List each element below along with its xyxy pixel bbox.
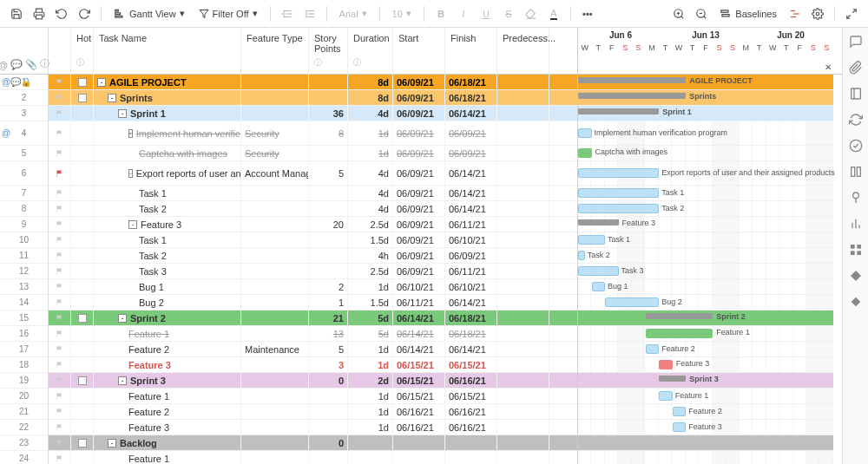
- strike-icon[interactable]: S: [499, 4, 518, 23]
- gantt-bar[interactable]: Implement human verification program: [578, 128, 592, 138]
- storypoints-cell[interactable]: [309, 90, 348, 105]
- gantt-bar[interactable]: Bug 2: [605, 297, 659, 307]
- task-row[interactable]: Bug 121d06/10/2106/10/21: [49, 279, 577, 295]
- feature-cell[interactable]: [241, 106, 309, 121]
- start-cell[interactable]: 06/09/21: [393, 232, 445, 247]
- flag-cell[interactable]: [49, 279, 71, 294]
- expand-toggle[interactable]: -: [128, 129, 133, 138]
- duration-cell[interactable]: 1d: [348, 121, 393, 145]
- pred-cell[interactable]: [497, 326, 549, 341]
- bold-icon[interactable]: B: [431, 4, 450, 23]
- finish-cell[interactable]: 06/18/21: [445, 310, 497, 325]
- hot-cell[interactable]: [71, 232, 94, 247]
- row-number[interactable]: 5: [0, 146, 48, 161]
- storypoints-cell[interactable]: 0: [309, 435, 348, 450]
- gantt-bar[interactable]: Feature 3: [673, 422, 687, 432]
- storypoints-cell[interactable]: 8: [309, 121, 348, 145]
- gantt-bar[interactable]: Sprint 1: [578, 108, 659, 114]
- feature-cell[interactable]: [241, 451, 309, 464]
- task-row[interactable]: Feature 1135d06/14/2106/18/21: [49, 326, 577, 342]
- underline-icon[interactable]: U: [477, 4, 496, 23]
- duration-cell[interactable]: 1d: [348, 279, 393, 294]
- hot-cell[interactable]: [71, 186, 94, 200]
- finish-cell[interactable]: 06/14/21: [445, 201, 497, 216]
- pred-cell[interactable]: [497, 90, 549, 105]
- start-cell[interactable]: 06/16/21: [393, 420, 445, 435]
- pred-cell[interactable]: [497, 146, 549, 160]
- feature-cell[interactable]: [241, 90, 309, 105]
- hot-cell[interactable]: [71, 326, 94, 341]
- task-cell[interactable]: Feature 3: [94, 357, 241, 372]
- gantt-bar[interactable]: Task 1: [578, 188, 659, 198]
- start-cell[interactable]: 06/15/21: [393, 389, 445, 403]
- feature-cell[interactable]: [241, 248, 309, 263]
- pred-cell[interactable]: [497, 435, 549, 450]
- redo-icon[interactable]: [75, 4, 94, 23]
- gantt-bar[interactable]: Feature 1: [646, 329, 713, 338]
- finish-cell[interactable]: 06/16/21: [445, 420, 497, 435]
- gantt-bar[interactable]: Sprints: [578, 93, 686, 99]
- print-icon[interactable]: [30, 4, 49, 23]
- storypoints-cell[interactable]: [309, 186, 348, 200]
- row-number[interactable]: 9: [0, 217, 48, 232]
- finish-cell[interactable]: 06/14/21: [445, 295, 497, 310]
- finish-cell[interactable]: 06/14/21: [445, 342, 497, 356]
- hot-cell[interactable]: [71, 201, 94, 216]
- duration-cell[interactable]: 1d: [348, 357, 393, 372]
- duration-cell[interactable]: 1d: [348, 404, 393, 419]
- task-row[interactable]: Feature 11d06/15/2106/15/21: [49, 389, 577, 404]
- hot-cell[interactable]: [71, 404, 94, 419]
- task-cell[interactable]: Bug 1: [94, 279, 241, 294]
- task-row[interactable]: Bug 211.5d06/11/2106/14/21: [49, 295, 577, 310]
- flag-cell[interactable]: [49, 201, 71, 216]
- storypoints-cell[interactable]: 21: [309, 310, 348, 325]
- flag-cell[interactable]: [49, 389, 71, 403]
- feature-cell[interactable]: [241, 420, 309, 435]
- pred-cell[interactable]: [497, 186, 549, 200]
- duration-cell[interactable]: 1.5d: [348, 232, 393, 247]
- pred-cell[interactable]: [497, 121, 549, 145]
- task-cell[interactable]: Feature 1: [94, 389, 241, 403]
- feature-cell[interactable]: [241, 373, 309, 388]
- pred-cell[interactable]: [497, 420, 549, 435]
- feature-cell[interactable]: [241, 404, 309, 419]
- storypoints-cell[interactable]: 0: [309, 373, 348, 388]
- duration-cell[interactable]: 2d: [348, 373, 393, 388]
- pred-cell[interactable]: [497, 248, 549, 263]
- row-number[interactable]: 2: [0, 90, 48, 106]
- hot-cell[interactable]: [71, 248, 94, 263]
- task-row[interactable]: -Feature 3202.5d06/09/2106/11/21: [49, 217, 577, 232]
- filter-dropdown[interactable]: Filter Off▾: [194, 4, 263, 23]
- start-cell[interactable]: 06/11/21: [393, 295, 445, 310]
- gantt-bar[interactable]: Feature 3: [659, 360, 673, 369]
- duration-cell[interactable]: 1d: [348, 146, 393, 160]
- pred-cell[interactable]: [497, 75, 549, 89]
- duration-cell[interactable]: 4d: [348, 186, 393, 200]
- storypoints-cell[interactable]: [309, 451, 348, 464]
- pred-cell[interactable]: [497, 161, 549, 185]
- finish-cell[interactable]: 06/15/21: [445, 357, 497, 372]
- gantt-bar[interactable]: Sprint 3: [659, 376, 686, 382]
- task-row[interactable]: Feature 21d06/16/2106/16/21: [49, 404, 577, 420]
- finish-cell[interactable]: [445, 435, 497, 450]
- row-number[interactable]: 6: [0, 161, 48, 186]
- task-row[interactable]: -Sprint 302d06/15/2106/16/21: [49, 373, 577, 389]
- feature-cell[interactable]: [241, 217, 309, 232]
- hot-cell[interactable]: [71, 295, 94, 310]
- outdent-icon[interactable]: [278, 4, 297, 23]
- flag-cell[interactable]: [49, 248, 71, 263]
- storypoints-cell[interactable]: 3: [309, 357, 348, 372]
- hot-cell[interactable]: [71, 217, 94, 232]
- duration-cell[interactable]: 4d: [348, 161, 393, 185]
- duration-cell[interactable]: [348, 435, 393, 450]
- duration-cell[interactable]: 2.5d: [348, 217, 393, 232]
- finish-cell[interactable]: 06/18/21: [445, 90, 497, 105]
- flag-cell[interactable]: [49, 217, 71, 232]
- storypoints-cell[interactable]: 13: [309, 326, 348, 341]
- flag-cell[interactable]: [49, 75, 71, 89]
- flag-cell[interactable]: [49, 232, 71, 247]
- flag-cell[interactable]: [49, 106, 71, 121]
- task-cell[interactable]: Task 2: [94, 248, 241, 263]
- row-number[interactable]: 17: [0, 342, 48, 357]
- gantt-bar[interactable]: Export reports of user and their assigne…: [578, 168, 659, 178]
